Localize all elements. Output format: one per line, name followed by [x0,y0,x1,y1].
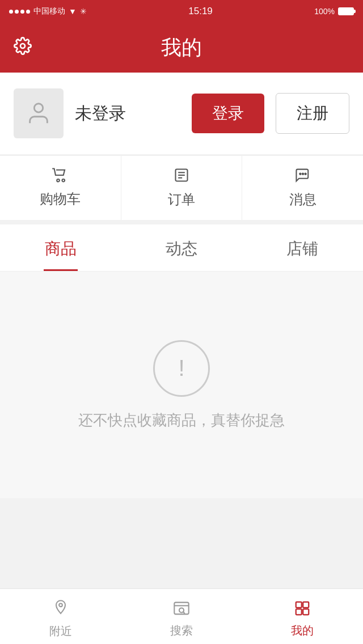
avatar [14,88,64,138]
not-logged-text: 未登录 [75,102,180,125]
time-display: 15:19 [188,6,213,17]
svg-point-1 [34,104,43,112]
svg-rect-16 [296,601,302,607]
signal-icon: ✳ [80,7,87,16]
status-bar: 中国移动 ▼ ✳ 15:19 100% [0,0,363,23]
icon-bar: 购物车 订单 消息 [0,155,363,220]
nav-nearby[interactable]: 附近 [0,589,121,644]
nav-search[interactable]: 搜索 [121,589,242,644]
register-button[interactable]: 注册 [276,93,349,134]
tab-store[interactable]: 店铺 [242,224,363,271]
tab-bar: 商品 动态 店铺 [0,224,363,272]
signal-dots [9,10,30,14]
wifi-icon: ▼ [69,7,77,16]
order-button[interactable]: 订单 [121,156,243,220]
battery-percent: 100% [314,7,335,16]
message-button[interactable]: 消息 [242,156,363,220]
svg-rect-18 [296,609,302,615]
tab-dynamic[interactable]: 动态 [121,224,242,271]
svg-rect-17 [303,601,309,607]
nav-mine[interactable]: 我的 [242,589,363,644]
message-icon [294,167,311,187]
search-label: 搜索 [170,623,193,638]
svg-point-14 [179,608,184,612]
header: 我的 [0,23,363,73]
order-label: 订单 [168,190,195,209]
carrier-label: 中国移动 [33,6,65,16]
nearby-icon [53,599,69,621]
svg-point-10 [305,173,306,175]
status-left: 中国移动 ▼ ✳ [9,6,87,16]
bottom-nav: 附近 搜索 我的 [0,588,363,644]
battery-icon [338,7,354,15]
message-label: 消息 [289,190,316,209]
profile-section: 未登录 登录 注册 [0,73,363,154]
svg-point-2 [57,179,60,182]
svg-point-0 [20,44,25,48]
cart-button[interactable]: 购物车 [0,156,121,220]
svg-rect-19 [303,609,309,615]
svg-point-9 [302,173,303,175]
status-right: 100% [314,7,354,16]
cart-icon [52,168,69,187]
cart-label: 购物车 [40,190,81,208]
content-area: ! 还不快点收藏商品，真替你捉急 [0,272,363,498]
tab-goods[interactable]: 商品 [0,224,121,271]
page-title: 我的 [161,34,202,62]
svg-point-11 [59,603,62,607]
svg-line-15 [183,612,185,613]
search-icon [173,600,190,621]
svg-point-3 [62,179,65,182]
nearby-label: 附近 [49,624,72,639]
order-icon [174,167,189,187]
empty-text: 还不快点收藏商品，真替你捉急 [78,410,285,430]
empty-icon: ! [153,340,210,397]
login-button[interactable]: 登录 [192,94,264,133]
svg-point-8 [299,173,301,175]
mine-icon [294,600,311,621]
mine-label: 我的 [291,623,314,638]
settings-button[interactable] [14,37,32,59]
section-divider [0,220,363,224]
